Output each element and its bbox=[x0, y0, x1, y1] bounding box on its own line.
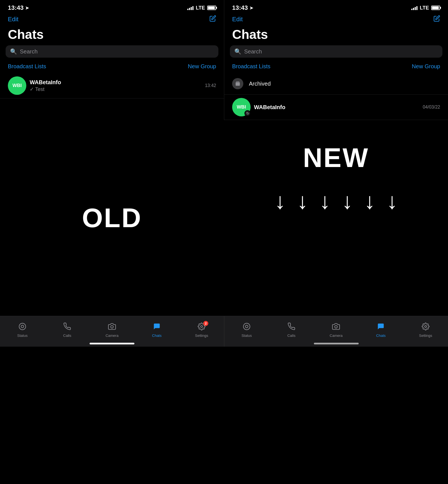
chats-title-right: Chats bbox=[224, 26, 448, 45]
status-bar-left: 13:43 ➤ LTE bbox=[0, 0, 224, 14]
tab-calls-label-right: Calls bbox=[287, 333, 295, 338]
archived-item[interactable]: Archived bbox=[224, 73, 448, 95]
arrow-down-2: ↓ bbox=[297, 190, 308, 212]
search-icon-right: 🔍 bbox=[234, 48, 241, 55]
tab-status-left[interactable]: Status bbox=[11, 323, 34, 338]
left-phone: 13:43 ➤ LTE Edit bbox=[0, 0, 224, 120]
camera-icon-left bbox=[108, 323, 116, 332]
chat-item-wbi-left[interactable]: WBI WABetaInfo ✓ Test 13:42 bbox=[0, 73, 224, 98]
tab-settings-label-right: Settings bbox=[419, 333, 432, 338]
tab-camera-label-left: Camera bbox=[106, 333, 118, 338]
arrow-down-4: ↓ bbox=[342, 190, 353, 212]
svg-point-0 bbox=[19, 323, 25, 330]
chat-info-wbi-left: WABetaInfo ✓ Test bbox=[26, 79, 205, 92]
chat-item-wbi-right[interactable]: WBI ↻ WABetaInfo 04/03/22 bbox=[224, 95, 448, 120]
compose-icon-left[interactable] bbox=[209, 15, 216, 24]
arrows-row: ↓ ↓ ↓ ↓ ↓ ↓ bbox=[274, 190, 398, 212]
chat-list-right: Archived WBI ↻ WABetaInfo 04/03/22 bbox=[224, 73, 448, 120]
avatar-wbi-right: WBI ↻ bbox=[232, 98, 251, 116]
arrow-down-5: ↓ bbox=[364, 190, 375, 212]
tab-calls-right[interactable]: Calls bbox=[280, 323, 303, 338]
chats-icon-right bbox=[377, 323, 385, 332]
edit-button-right[interactable]: Edit bbox=[232, 16, 243, 23]
tab-calls-left[interactable]: Calls bbox=[56, 323, 78, 338]
broadcast-button-right[interactable]: Broadcast Lists bbox=[232, 63, 270, 70]
header-left: Edit bbox=[0, 14, 224, 26]
tab-camera-label-right: Camera bbox=[330, 333, 342, 338]
action-row-left: Broadcast Lists New Group bbox=[0, 62, 224, 73]
status-bar-right: 13:43 ➤ LTE bbox=[224, 0, 448, 14]
header-right: Edit bbox=[224, 14, 448, 26]
tab-chats-left[interactable]: Chats bbox=[146, 323, 168, 338]
tab-settings-left[interactable]: 2 Settings bbox=[190, 323, 213, 338]
tab-status-label-right: Status bbox=[241, 333, 252, 338]
search-bar-left[interactable]: 🔍 Search bbox=[6, 45, 218, 58]
svg-point-1 bbox=[21, 325, 24, 328]
chat-name-wbi-left: WABetaInfo bbox=[30, 79, 202, 86]
tab-settings-label-left: Settings bbox=[195, 333, 208, 338]
settings-icon-right bbox=[422, 323, 430, 332]
search-placeholder-left: Search bbox=[20, 48, 38, 55]
bottom-bars: Status Calls Camera bbox=[0, 316, 448, 347]
new-group-button-right[interactable]: New Group bbox=[412, 63, 440, 70]
compose-icon-right[interactable] bbox=[433, 15, 440, 24]
svg-point-6 bbox=[335, 325, 337, 328]
chat-info-wbi-right: WABetaInfo bbox=[251, 104, 423, 111]
tab-camera-left[interactable]: Camera bbox=[101, 323, 123, 338]
status-right-right: LTE bbox=[411, 5, 440, 11]
action-row-right: Broadcast Lists New Group bbox=[224, 62, 448, 73]
new-label: NEW bbox=[303, 142, 369, 173]
calls-icon-left bbox=[63, 323, 71, 332]
search-bar-right[interactable]: 🔍 Search bbox=[230, 45, 442, 58]
broadcast-button-left[interactable]: Broadcast Lists bbox=[8, 63, 46, 70]
status-icon-left bbox=[18, 323, 26, 332]
chats-icon-left bbox=[153, 323, 161, 332]
signal-bars-right bbox=[411, 6, 417, 10]
tab-camera-right[interactable]: Camera bbox=[325, 323, 347, 338]
status-right-left: LTE bbox=[187, 5, 216, 11]
svg-point-5 bbox=[245, 325, 248, 328]
status-time-right: 13:43 ➤ bbox=[232, 4, 253, 11]
chat-time-wbi-right: 04/03/22 bbox=[423, 105, 440, 110]
tab-status-right[interactable]: Status bbox=[235, 323, 258, 338]
new-label-section: NEW ↓ ↓ ↓ ↓ ↓ ↓ bbox=[224, 120, 448, 316]
search-placeholder-right: Search bbox=[244, 48, 262, 55]
chats-title-left: Chats bbox=[0, 26, 224, 45]
tab-calls-label-left: Calls bbox=[63, 333, 71, 338]
battery-left bbox=[207, 6, 216, 10]
signal-bars-left bbox=[187, 6, 193, 10]
tab-chats-label-right: Chats bbox=[376, 333, 386, 338]
battery-right bbox=[431, 6, 440, 10]
svg-point-2 bbox=[111, 325, 113, 328]
chat-list-left: WBI WABetaInfo ✓ Test 13:42 bbox=[0, 73, 224, 120]
old-label: OLD bbox=[82, 203, 142, 233]
tab-bar-right: Status Calls Camera bbox=[224, 316, 448, 347]
edit-button-left[interactable]: Edit bbox=[8, 16, 18, 23]
status-icon-right bbox=[243, 323, 251, 332]
archive-icon bbox=[232, 78, 243, 89]
tab-bar-left: Status Calls Camera bbox=[0, 316, 224, 347]
arrow-down-3: ↓ bbox=[319, 190, 330, 212]
lte-label-right: LTE bbox=[420, 5, 429, 11]
middle-section: OLD NEW ↓ ↓ ↓ ↓ ↓ ↓ bbox=[0, 120, 448, 316]
svg-point-4 bbox=[243, 323, 250, 330]
right-phone: 13:43 ➤ LTE Edit bbox=[224, 0, 448, 120]
tab-settings-right[interactable]: Settings bbox=[414, 323, 437, 338]
new-group-button-left[interactable]: New Group bbox=[188, 63, 216, 70]
settings-badge-left: 2 bbox=[203, 321, 208, 326]
lte-label-left: LTE bbox=[196, 5, 205, 11]
tab-chats-label-left: Chats bbox=[152, 333, 162, 338]
tab-chats-right[interactable]: Chats bbox=[370, 323, 392, 338]
home-indicator-left bbox=[90, 343, 134, 344]
sync-badge: ↻ bbox=[244, 110, 251, 116]
status-time-left: 13:43 ➤ bbox=[8, 4, 29, 11]
chat-time-wbi-left: 13:42 bbox=[205, 83, 216, 88]
home-indicator-right bbox=[314, 343, 359, 344]
chat-name-wbi-right: WABetaInfo bbox=[254, 104, 419, 111]
avatar-wbi-left: WBI bbox=[8, 76, 26, 95]
arrow-down-6: ↓ bbox=[386, 190, 398, 212]
calls-icon-right bbox=[288, 323, 295, 332]
settings-icon-left: 2 bbox=[198, 323, 206, 332]
archived-label: Archived bbox=[249, 81, 271, 87]
camera-icon-right bbox=[332, 323, 340, 332]
